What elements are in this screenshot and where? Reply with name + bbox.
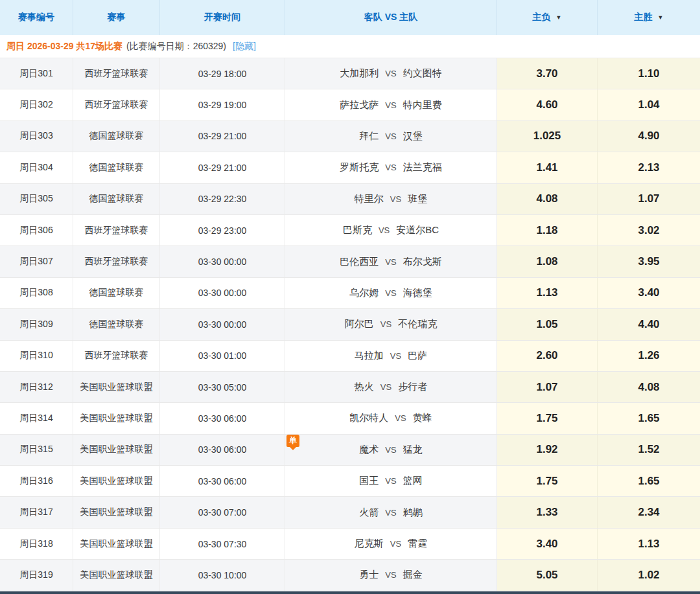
home-lose-odds[interactable]: 1.05 [497,309,598,339]
matchup: 巴伦西亚 VS 布尔戈斯 [285,246,497,277]
league-name: 美国职业篮球联盟 [73,466,160,496]
table-row: 周日315 美国职业篮球联盟 03-30 06:00 单 魔术 VS 猛龙 1.… [0,435,700,466]
home-lose-odds[interactable]: 5.05 [497,560,598,590]
home-lose-odds[interactable]: 4.08 [497,184,598,214]
matchup: 罗斯托克 VS 法兰克福 [285,152,497,183]
match-number: 周日318 [0,529,73,559]
home-lose-odds[interactable]: 1.33 [497,497,598,527]
vs-label: VS [395,413,406,423]
home-win-odds[interactable]: 3.40 [598,278,700,308]
home-win-odds[interactable]: 1.52 [598,435,700,465]
home-lose-odds[interactable]: 1.07 [497,372,598,402]
home-lose-odds[interactable]: 1.025 [497,121,598,152]
home-team: 特内里费 [403,99,442,111]
start-time: 03-29 22:30 [160,184,285,214]
home-win-odds[interactable]: 4.40 [598,309,700,339]
col-header-league-label: 赛事 [108,12,126,23]
home-win-odds[interactable]: 3.95 [598,246,700,277]
home-lose-odds[interactable]: 1.13 [497,278,598,308]
home-lose-odds[interactable]: 1.92 [497,435,598,465]
match-number: 周日302 [0,89,73,120]
away-team: 火箭 [359,507,379,519]
start-time: 03-30 10:00 [160,560,285,590]
home-lose-odds[interactable]: 1.08 [497,246,598,277]
start-time: 03-30 00:00 [160,309,285,339]
start-time: 03-30 07:30 [160,529,285,559]
home-win-odds[interactable]: 2.34 [598,497,700,527]
home-lose-odds[interactable]: 1.75 [497,403,598,433]
home-lose-odds[interactable]: 3.70 [497,58,598,89]
home-win-odds[interactable]: 1.10 [598,58,700,89]
vs-label: VS [385,131,396,141]
home-team: 巴萨 [408,350,427,362]
away-team: 魔术 [359,444,379,456]
match-number: 周日308 [0,278,73,308]
home-win-odds[interactable]: 4.08 [598,372,700,402]
home-win-odds[interactable]: 1.07 [598,184,700,214]
table-row: 周日307 西班牙篮球联赛 03-30 00:00 巴伦西亚 VS 布尔戈斯 1… [0,246,700,277]
col-header-league: 赛事 [73,0,160,35]
table-row: 周日319 美国职业篮球联盟 03-30 10:00 勇士 VS 掘金 5.05… [0,560,700,591]
sort-arrow-icon[interactable]: ▼ [658,15,664,21]
home-win-odds[interactable]: 2.13 [598,152,700,183]
match-number: 周日303 [0,121,73,152]
start-time: 03-30 07:00 [160,497,285,527]
hide-group-link[interactable]: [隐藏] [233,41,256,52]
home-lose-odds[interactable]: 3.40 [497,529,598,559]
home-team: 不伦瑞克 [398,318,437,330]
home-team: 鹈鹕 [403,507,423,519]
sort-arrow-icon[interactable]: ▼ [556,15,562,21]
single-bet-badge: 单 [286,435,299,447]
home-win-odds[interactable]: 1.04 [598,89,700,120]
start-time: 03-29 18:00 [160,58,285,89]
away-team: 凯尔特人 [349,412,388,424]
league-name: 德国篮球联赛 [73,152,160,183]
col-header-home-lose-label: 主负 [533,12,551,23]
league-name: 美国职业篮球联盟 [73,403,160,433]
match-number: 周日315 [0,435,73,465]
matchup: 巴斯克 VS 安道尔BC [285,215,497,246]
table-row: 周日303 德国篮球联赛 03-29 21:00 拜仁 VS 汉堡 1.025 … [0,121,700,152]
home-lose-odds[interactable]: 1.18 [497,215,598,246]
match-number: 周日310 [0,341,73,371]
match-number: 周日317 [0,497,73,527]
home-win-odds[interactable]: 1.02 [598,560,700,590]
away-team: 巴伦西亚 [340,256,379,268]
start-time: 03-30 01:00 [160,341,285,371]
home-win-odds[interactable]: 1.13 [598,529,700,559]
match-number: 周日309 [0,309,73,339]
vs-label: VS [385,445,396,455]
home-lose-odds[interactable]: 4.60 [497,89,598,120]
home-win-odds[interactable]: 4.90 [598,121,700,152]
away-team: 乌尔姆 [349,287,379,299]
home-win-odds[interactable]: 1.26 [598,341,700,371]
home-lose-odds[interactable]: 2.60 [497,341,598,371]
table-row: 周日302 西班牙篮球联赛 03-29 19:00 萨拉戈萨 VS 特内里费 4… [0,89,700,120]
away-team: 国王 [359,475,379,487]
matchup: 国王 VS 篮网 [285,466,497,496]
home-win-odds[interactable]: 1.65 [598,466,700,496]
home-lose-odds[interactable]: 1.41 [497,152,598,183]
home-win-odds[interactable]: 1.65 [598,403,700,433]
col-header-home-win[interactable]: 主胜 ▼ [598,0,700,35]
away-team: 热火 [355,381,374,393]
home-team: 约文图特 [403,67,442,80]
home-win-odds[interactable]: 3.02 [598,215,700,246]
table-bottom-bar [0,591,700,594]
start-time: 03-30 05:00 [160,372,285,402]
table-row: 周日314 美国职业篮球联盟 03-30 06:00 凯尔特人 VS 黄蜂 1.… [0,403,700,434]
match-odds-table: 赛事编号 赛事 开赛时间 客队 VS 主队 主负 ▼ 主胜 ▼ 周日 2026-… [0,0,700,594]
start-time: 03-30 00:00 [160,278,285,308]
table-row: 周日318 美国职业篮球联盟 03-30 07:30 尼克斯 VS 雷霆 3.4… [0,529,700,560]
away-team: 特里尔 [355,193,384,205]
group-date-text: 周日 2026-03-29 共17场比赛 [6,41,122,52]
home-lose-odds[interactable]: 1.75 [497,466,598,496]
col-header-home-lose[interactable]: 主负 ▼ [497,0,598,35]
league-name: 西班牙篮球联赛 [73,341,160,371]
table-header-row: 赛事编号 赛事 开赛时间 客队 VS 主队 主负 ▼ 主胜 ▼ [0,0,700,35]
col-header-match-number-label: 赛事编号 [18,12,54,23]
league-name: 德国篮球联赛 [73,309,160,339]
matchup: 单 魔术 VS 猛龙 [285,435,497,465]
start-time: 03-29 19:00 [160,89,285,120]
start-time: 03-30 00:00 [160,246,285,277]
